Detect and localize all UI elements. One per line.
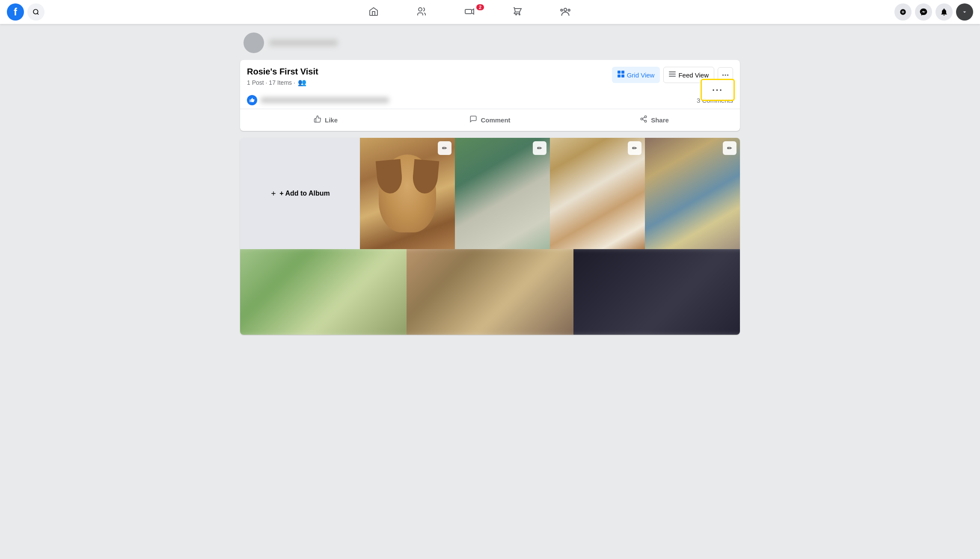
svg-point-19 bbox=[644, 116, 647, 118]
edit-icon-0: ✏ bbox=[442, 145, 447, 152]
svg-rect-12 bbox=[618, 74, 621, 77]
more-icon: ··· bbox=[722, 70, 729, 80]
photo-cell-1[interactable]: ✏ bbox=[455, 138, 550, 249]
add-to-album-label: + Add to Album bbox=[279, 190, 330, 197]
photo-blurred-1[interactable] bbox=[407, 249, 573, 335]
navbar: f bbox=[0, 0, 980, 24]
edit-icon-3: ✏ bbox=[727, 145, 732, 152]
album-meta: 1 Post · 17 Items · 👥 bbox=[247, 78, 612, 86]
svg-rect-10 bbox=[618, 71, 621, 74]
svg-line-23 bbox=[643, 117, 645, 119]
svg-rect-13 bbox=[621, 74, 624, 77]
album-title-section: Rosie's First Visit 1 Post · 17 Items · … bbox=[247, 67, 612, 86]
post-items-count: 1 Post · 17 Items · bbox=[247, 79, 295, 86]
grid-view-label: Grid View bbox=[627, 71, 655, 79]
album-card: Rosie's First Visit 1 Post · 17 Items · … bbox=[240, 60, 740, 131]
album-header: Rosie's First Visit 1 Post · 17 Items · … bbox=[240, 60, 740, 92]
nav-video[interactable]: 2 bbox=[446, 2, 493, 22]
photo-grid-card: + Add to Album ✏ ✏ bbox=[240, 138, 740, 335]
user-bar bbox=[240, 33, 740, 53]
edit-btn-3[interactable]: ✏ bbox=[723, 141, 736, 155]
photo-cell-2[interactable]: ✏ bbox=[550, 138, 645, 249]
svg-rect-16 bbox=[669, 76, 676, 77]
grid-icon bbox=[618, 71, 624, 79]
video-badge: 2 bbox=[476, 4, 484, 10]
navbar-left: f bbox=[7, 3, 45, 21]
create-button[interactable] bbox=[894, 3, 912, 21]
share-icon bbox=[640, 115, 647, 125]
svg-point-9 bbox=[568, 9, 570, 11]
edit-icon-2: ✏ bbox=[632, 145, 637, 152]
messenger-button[interactable] bbox=[915, 3, 932, 21]
photo-blurred-0[interactable] bbox=[240, 249, 407, 335]
share-label: Share bbox=[651, 116, 669, 124]
photo-cell-0[interactable]: ✏ bbox=[360, 138, 455, 249]
search-button[interactable] bbox=[27, 3, 45, 21]
svg-line-1 bbox=[37, 13, 39, 15]
people-icon: 👥 bbox=[298, 78, 306, 86]
like-label: Like bbox=[325, 116, 338, 124]
more-options-button[interactable]: ··· bbox=[718, 67, 733, 83]
svg-point-6 bbox=[519, 14, 520, 15]
comment-icon bbox=[469, 115, 477, 125]
facebook-logo[interactable]: f bbox=[7, 3, 24, 21]
svg-point-5 bbox=[516, 14, 517, 15]
comment-label: Comment bbox=[481, 116, 510, 124]
page-content: Rosie's First Visit 1 Post · 17 Items · … bbox=[233, 24, 747, 343]
nav-groups[interactable] bbox=[542, 2, 588, 22]
edit-btn-1[interactable]: ✏ bbox=[533, 141, 546, 155]
feed-view-button[interactable]: Feed View bbox=[663, 67, 714, 83]
comments-count[interactable]: 3 Comments bbox=[697, 97, 733, 104]
navbar-center: 2 bbox=[45, 2, 894, 22]
album-title: Rosie's First Visit bbox=[247, 67, 612, 77]
svg-rect-3 bbox=[465, 9, 472, 14]
user-name bbox=[269, 39, 338, 46]
account-menu-button[interactable] bbox=[956, 3, 973, 21]
add-to-album-cell[interactable]: + Add to Album bbox=[240, 138, 360, 249]
edit-btn-0[interactable]: ✏ bbox=[438, 141, 451, 155]
photo-grid-top: + Add to Album ✏ ✏ bbox=[240, 138, 740, 249]
nav-marketplace[interactable] bbox=[494, 2, 540, 22]
feed-view-label: Feed View bbox=[678, 71, 709, 79]
svg-point-0 bbox=[33, 9, 38, 14]
photo-cell-3[interactable]: ✏ bbox=[645, 138, 740, 249]
list-icon bbox=[669, 71, 676, 79]
action-buttons: Like Comment bbox=[240, 109, 740, 131]
like-button[interactable]: Like bbox=[244, 111, 408, 129]
like-thumb-icon bbox=[247, 95, 257, 105]
album-view-buttons: Grid View Feed View ··· bbox=[612, 67, 733, 83]
like-icon bbox=[314, 115, 321, 125]
svg-point-7 bbox=[564, 8, 567, 11]
svg-rect-15 bbox=[669, 74, 676, 74]
grid-view-button[interactable]: Grid View bbox=[612, 67, 660, 83]
photo-grid-bottom bbox=[240, 249, 740, 335]
svg-line-22 bbox=[643, 119, 645, 121]
photo-blurred-2[interactable] bbox=[573, 249, 740, 335]
comment-button[interactable]: Comment bbox=[408, 111, 572, 129]
svg-rect-11 bbox=[621, 71, 624, 74]
svg-point-20 bbox=[641, 118, 643, 120]
share-button[interactable]: Share bbox=[572, 111, 736, 129]
svg-point-2 bbox=[419, 8, 422, 11]
svg-marker-4 bbox=[472, 9, 474, 14]
svg-point-21 bbox=[644, 120, 647, 122]
nav-home[interactable] bbox=[350, 2, 397, 22]
nav-friends[interactable] bbox=[398, 2, 445, 22]
avatar bbox=[244, 33, 264, 53]
edit-icon-1: ✏ bbox=[537, 145, 542, 152]
svg-point-8 bbox=[561, 9, 562, 11]
navbar-right bbox=[894, 3, 973, 21]
edit-btn-2[interactable]: ✏ bbox=[628, 141, 641, 155]
likes-row: 3 Comments bbox=[240, 92, 740, 109]
likes-left bbox=[247, 95, 389, 105]
notifications-button[interactable] bbox=[935, 3, 953, 21]
likes-names bbox=[261, 97, 389, 103]
svg-rect-14 bbox=[669, 71, 676, 72]
